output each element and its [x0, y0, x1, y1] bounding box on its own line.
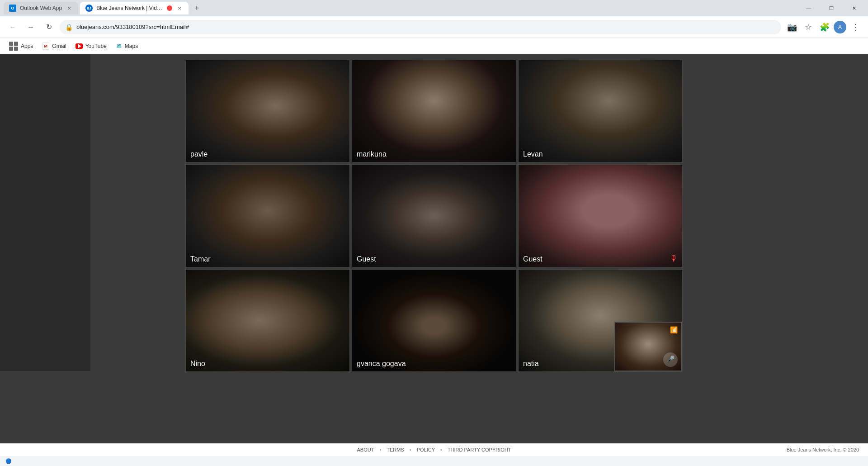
reload-button[interactable]: ↻: [42, 20, 56, 34]
main-content: pavle marikuna Levan Tamar Guest Guest 🎙: [0, 54, 868, 456]
gmail-icon: M: [42, 43, 49, 50]
video-cell-tamar[interactable]: Tamar: [185, 164, 350, 267]
video-cell-guest1[interactable]: Guest: [352, 164, 516, 267]
forward-button[interactable]: →: [24, 20, 38, 34]
participant-name-nino: Nino: [190, 360, 205, 368]
youtube-label: YouTube: [85, 43, 107, 49]
footer-about[interactable]: ABOUT: [357, 447, 374, 452]
maps-label: Maps: [125, 43, 138, 49]
footer-sep2: •: [410, 447, 411, 452]
new-tab-button[interactable]: +: [190, 2, 203, 14]
participant-name-marikuna: marikuna: [357, 150, 387, 158]
security-icon: 🔒: [65, 24, 73, 31]
nav-right-icons: 📷 ☆ 🧩 A ⋮: [785, 20, 863, 34]
bookmark-gmail[interactable]: M Gmail: [38, 41, 70, 52]
address-text: bluejeans.com/933180109?src=htmlEmail#: [76, 24, 776, 30]
tab-outlook-title: Outlook Web App: [20, 5, 62, 11]
participant-name-gvanca: gvanca gogava: [357, 360, 406, 368]
bookmarks-bar: Apps M Gmail YouTube 🗺️ Maps: [0, 38, 868, 54]
participant-name-guest1: Guest: [357, 255, 376, 263]
participant-name-natia: natia: [523, 360, 539, 368]
participant-name-pavle: pavle: [190, 150, 208, 158]
left-sidebar-bg: [0, 54, 90, 371]
tab-outlook-close[interactable]: ✕: [66, 5, 73, 12]
cast-icon[interactable]: 📷: [785, 20, 799, 34]
tab-bluejeans[interactable]: BJ Blue Jeans Network | Video C... ✕: [80, 2, 189, 14]
footer-third-party[interactable]: THIRD PARTY COPYRIGHT: [448, 447, 511, 452]
back-button[interactable]: ←: [5, 20, 20, 34]
video-cell-natia[interactable]: natia 📶 🎤: [518, 269, 683, 372]
video-grid: pavle marikuna Levan Tamar Guest Guest 🎙: [185, 60, 683, 372]
bluejeans-favicon: BJ: [85, 5, 93, 12]
menu-button[interactable]: ⋮: [848, 20, 863, 34]
profile-button[interactable]: A: [834, 21, 846, 33]
browser-frame: O Outlook Web App ✕ BJ Blue Jeans Networ…: [0, 0, 868, 466]
video-cell-pavle[interactable]: pavle: [185, 60, 350, 162]
bookmark-maps[interactable]: 🗺️ Maps: [112, 41, 142, 51]
window-controls: — ❐ ✕: [798, 0, 864, 16]
footer-sep1: •: [379, 447, 381, 452]
video-cell-guest2[interactable]: Guest 🎙: [518, 164, 683, 267]
maps-icon: 🗺️: [116, 43, 122, 49]
participant-name-guest2: Guest: [523, 255, 542, 263]
video-cell-nino[interactable]: Nino: [185, 269, 350, 372]
apps-icon: [9, 42, 18, 51]
footer-company: Blue Jeans Network, Inc. © 2020: [787, 447, 859, 452]
bookmark-apps[interactable]: Apps: [5, 40, 37, 52]
video-cell-levan[interactable]: Levan: [518, 60, 683, 162]
address-bar[interactable]: 🔒 bluejeans.com/933180109?src=htmlEmail#: [60, 20, 781, 34]
tab-bluejeans-close[interactable]: ✕: [176, 5, 183, 12]
self-view-pip[interactable]: 📶 🎤: [614, 322, 682, 371]
video-cell-marikuna[interactable]: marikuna: [352, 60, 516, 162]
status-bar: 🔵: [0, 456, 868, 466]
footer-terms[interactable]: TERMS: [387, 447, 404, 452]
title-bar: O Outlook Web App ✕ BJ Blue Jeans Networ…: [0, 0, 868, 16]
tab-bluejeans-title: Blue Jeans Network | Video C...: [96, 5, 163, 11]
mic-button[interactable]: 🎤: [663, 352, 678, 367]
signal-icon: 📶: [670, 326, 678, 333]
video-cell-gvanca[interactable]: gvanca gogava: [352, 269, 516, 372]
youtube-icon: [75, 43, 83, 49]
maximize-button[interactable]: ❐: [821, 0, 842, 16]
nav-bar: ← → ↻ 🔒 bluejeans.com/933180109?src=html…: [0, 16, 868, 38]
footer-sep3: •: [440, 447, 442, 452]
page-load-icon: 🔵: [5, 458, 12, 464]
participant-name-tamar: Tamar: [190, 255, 210, 263]
minimize-button[interactable]: —: [798, 0, 819, 16]
footer-policy[interactable]: POLICY: [417, 447, 435, 452]
recording-indicator: [167, 5, 172, 11]
close-button[interactable]: ✕: [844, 0, 864, 16]
bookmark-youtube[interactable]: YouTube: [72, 41, 110, 51]
tab-outlook[interactable]: O Outlook Web App ✕: [4, 2, 78, 14]
outlook-favicon: O: [9, 5, 16, 12]
extensions-icon[interactable]: 🧩: [817, 20, 832, 34]
apps-label: Apps: [21, 43, 33, 49]
participant-name-levan: Levan: [523, 150, 543, 158]
bookmark-star-icon[interactable]: ☆: [801, 20, 816, 34]
mute-icon-guest2: 🎙: [670, 254, 678, 263]
gmail-label: Gmail: [52, 43, 66, 49]
